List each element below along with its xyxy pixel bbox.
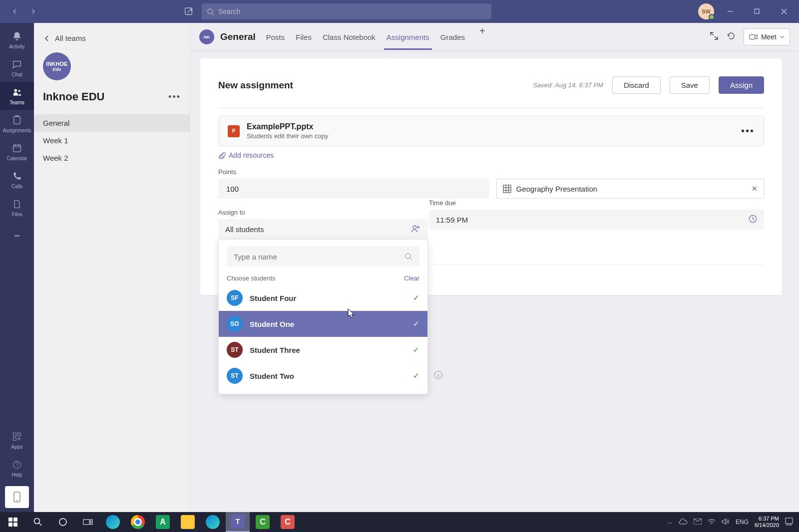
discard-button[interactable]: Discard [612,76,661,94]
start-button[interactable] [1,512,25,532]
taskbar-app-c2[interactable]: C [276,512,300,532]
pptx-icon: P [228,125,240,137]
search-icon [207,8,214,15]
grid-icon [503,185,511,193]
channel-general[interactable]: General [34,114,190,132]
tab-add-button[interactable]: + [475,24,489,38]
taskview-button[interactable] [76,512,100,532]
assign-button[interactable]: Assign [719,76,764,94]
svg-rect-5 [14,117,20,124]
rubric-box[interactable]: Geography Presentation ✕ [496,179,765,199]
tab-assignments[interactable]: Assignments [386,24,430,50]
nav-back-button[interactable] [7,3,23,19]
search-icon [404,253,412,261]
channel-week1[interactable]: Week 1 [34,132,190,149]
tray-wifi-icon[interactable] [708,519,716,526]
tab-files[interactable]: Files [295,24,312,50]
minimize-button[interactable] [719,3,741,19]
taskbar-clock[interactable]: 6:37 PM 8/14/2020 [755,516,779,529]
user-avatar[interactable]: SW [698,3,714,19]
rail-device[interactable] [5,486,29,508]
student-item[interactable]: SF Student Four ✓ [219,285,427,311]
attachment-name: ExamplePPT.pptx [247,122,328,131]
expand-icon[interactable] [710,31,719,42]
taskbar-app-chrome[interactable] [126,512,150,532]
rail-calls[interactable]: Calls [0,166,34,194]
back-label: All teams [55,34,86,42]
rail-assignments[interactable]: Assignments [0,110,34,138]
rail-teams[interactable]: Teams [0,82,34,110]
rail-chat[interactable]: Chat [0,54,34,82]
info-icon[interactable] [434,371,442,381]
time-due-input[interactable]: 11:59 PM [429,210,764,230]
student-item[interactable]: SO Student One ✓ [219,311,427,337]
team-more-button[interactable]: ••• [168,92,181,102]
points-input[interactable] [218,179,489,199]
meet-button[interactable]: Meet [744,28,790,45]
taskbar-app-c1[interactable]: C [251,512,275,532]
teams-icon [11,86,23,98]
check-icon: ✓ [413,293,419,302]
close-button[interactable] [773,3,795,19]
cortana-button[interactable] [51,512,75,532]
svg-rect-0 [185,8,192,14]
windows-taskbar: A T C C ︿ ENG 6:37 PM 8/14/2020 [0,512,799,532]
attachment-card[interactable]: P ExamplePPT.pptx Students edit their ow… [218,116,764,146]
rail-activity[interactable]: Activity [0,26,34,54]
clear-students-button[interactable]: Clear [404,274,419,282]
student-item[interactable]: ST Student Three ✓ [219,337,427,363]
rail-apps[interactable]: Apps [0,426,34,454]
tray-onedrive-icon[interactable] [679,519,688,526]
maximize-button[interactable] [746,3,768,19]
team-avatar[interactable]: INKНОЕ Edu [34,49,190,84]
refresh-icon[interactable] [727,31,736,42]
attachment-more-button[interactable]: ••• [741,125,755,137]
nav-forward-button[interactable] [25,3,41,19]
assign-to-select[interactable]: All students Choose students Clear [218,219,428,239]
taskbar-app-edge[interactable] [101,512,125,532]
rubric-remove-button[interactable]: ✕ [752,185,758,193]
assignment-form: New assignment Saved: Aug 14, 6:37 PM Di… [200,58,782,295]
tray-mail-icon[interactable] [694,519,702,526]
time-due-value: 11:59 PM [436,216,468,224]
help-icon [11,459,23,471]
search-box[interactable] [202,3,491,19]
student-search-box[interactable] [227,247,419,266]
assign-to-value: All students [225,225,264,234]
presence-badge [709,14,715,20]
student-search-input[interactable] [234,253,404,261]
channel-avatar: INK [199,29,214,44]
student-item[interactable]: ST Student Two ✓ [219,363,427,389]
back-all-teams[interactable]: All teams [34,23,190,49]
rail-more[interactable]: ••• [0,222,34,250]
compose-button[interactable] [181,3,197,19]
student-avatar: ST [227,368,243,384]
rail-calendar[interactable]: Calendar [0,138,34,166]
channel-week2[interactable]: Week 2 [34,149,190,167]
tray-volume-icon[interactable] [722,518,730,526]
tab-grades[interactable]: Grades [440,24,465,50]
avatar-initials: SW [702,8,711,14]
search-input[interactable] [218,7,486,15]
tray-chevron-icon[interactable]: ︿ [667,519,673,526]
rail-files[interactable]: Files [0,194,34,222]
taskbar-app-explorer[interactable] [176,512,200,532]
rail-help[interactable]: Help [0,454,34,482]
tray-notifications-icon[interactable] [785,518,793,527]
add-student-icon[interactable] [411,224,421,235]
meet-label: Meet [761,33,777,41]
tab-posts[interactable]: Posts [266,24,286,50]
taskbar-app-a[interactable]: A [151,512,175,532]
app-rail: Activity Chat Teams Assignments Calendar… [0,23,34,512]
add-resources-link[interactable]: Add resources [218,151,764,159]
save-button[interactable]: Save [670,76,710,94]
search-button[interactable] [26,512,50,532]
taskbar-app-edge2[interactable] [201,512,225,532]
tab-notebook[interactable]: Class Notebook [322,24,376,50]
rail-label: Calls [11,184,22,189]
taskbar-app-teams[interactable]: T [226,512,250,532]
tray-lang-icon[interactable]: ENG [736,519,749,526]
choose-students-label: Choose students [227,274,276,282]
logo-line1: INKНОЕ [46,61,68,67]
apps-icon [11,431,23,443]
